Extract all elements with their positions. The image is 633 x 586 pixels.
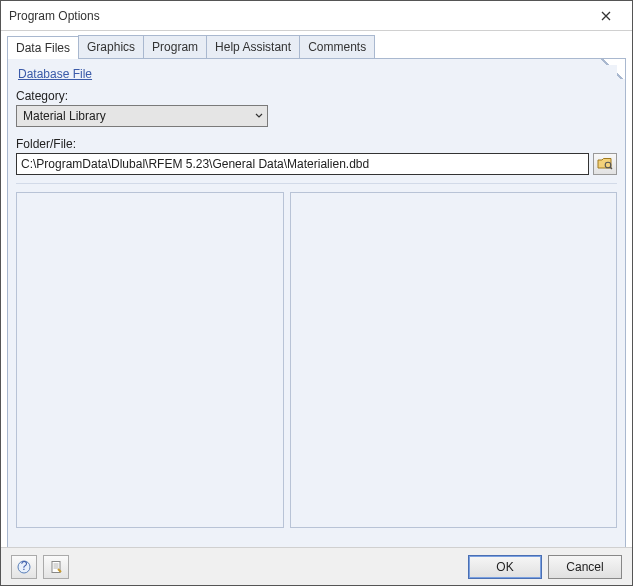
tab-label: Data Files: [16, 41, 70, 55]
tab-label: Help Assistant: [215, 40, 291, 54]
help-icon: ?: [17, 560, 31, 574]
browse-button[interactable]: [593, 153, 617, 175]
category-label: Category:: [16, 89, 617, 103]
tab-program[interactable]: Program: [143, 35, 207, 58]
panels-row: [16, 192, 617, 528]
tab-strip: Data Files Graphics Program Help Assista…: [7, 35, 626, 59]
tab-graphics[interactable]: Graphics: [78, 35, 144, 58]
database-file-section: Database File Category: Material Library…: [16, 65, 617, 184]
svg-text:?: ?: [21, 560, 28, 573]
tab-label: Comments: [308, 40, 366, 54]
default-button[interactable]: [43, 555, 69, 579]
footer-right: OK Cancel: [468, 555, 622, 579]
tab-body: Database File Category: Material Library…: [7, 59, 626, 551]
close-button[interactable]: [588, 2, 624, 30]
tab-label: Program: [152, 40, 198, 54]
ok-label: OK: [496, 560, 513, 574]
folder-label: Folder/File:: [16, 137, 617, 151]
tab-area: Data Files Graphics Program Help Assista…: [7, 35, 626, 551]
category-dropdown[interactable]: Material Library: [16, 105, 268, 127]
folder-file-value: C:\ProgramData\Dlubal\RFEM 5.23\General …: [21, 157, 369, 171]
left-panel: [16, 192, 284, 528]
folder-file-input[interactable]: C:\ProgramData\Dlubal\RFEM 5.23\General …: [16, 153, 589, 175]
category-value: Material Library: [23, 109, 106, 123]
right-panel: [290, 192, 617, 528]
ok-button[interactable]: OK: [468, 555, 542, 579]
tab-label: Graphics: [87, 40, 135, 54]
close-icon: [601, 11, 611, 21]
title-bar: Program Options: [1, 1, 632, 31]
cancel-button[interactable]: Cancel: [548, 555, 622, 579]
tab-comments[interactable]: Comments: [299, 35, 375, 58]
chevron-down-icon: [255, 113, 263, 119]
folder-row: C:\ProgramData\Dlubal\RFEM 5.23\General …: [16, 153, 617, 175]
cancel-label: Cancel: [566, 560, 603, 574]
footer: ? OK Cancel: [1, 547, 632, 585]
group-title: Database File: [16, 65, 617, 85]
tab-data-files[interactable]: Data Files: [7, 36, 79, 59]
window-title: Program Options: [9, 9, 100, 23]
search-folder-icon: [597, 157, 613, 171]
footer-left: ?: [11, 555, 69, 579]
document-icon: [49, 560, 63, 574]
help-button[interactable]: ?: [11, 555, 37, 579]
tab-help-assistant[interactable]: Help Assistant: [206, 35, 300, 58]
